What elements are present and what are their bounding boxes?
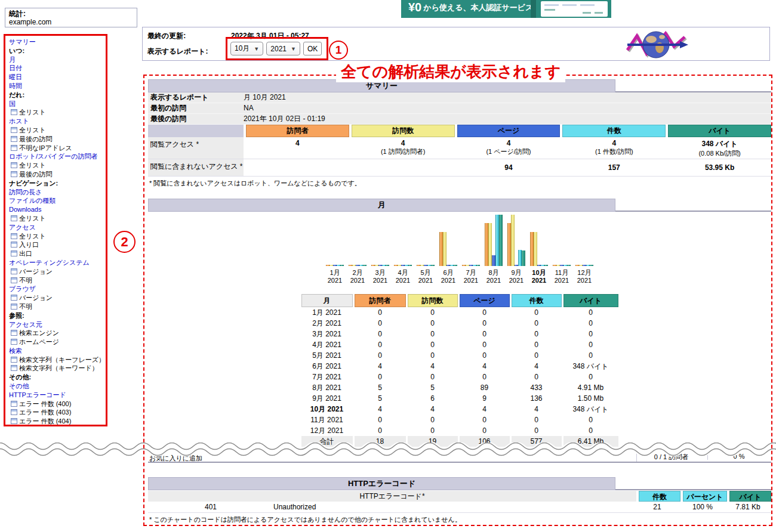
chart-page-icon: [11, 242, 17, 248]
chart-bars: [349, 214, 367, 266]
sidebar-item-label: いつ:: [9, 47, 24, 54]
summary-corner-cell: [148, 125, 244, 137]
month-row-label: 3月 2021: [301, 329, 353, 339]
summary-cell-value: 4: [246, 139, 349, 147]
sidebar-item-label: アクセス元: [9, 321, 42, 328]
month-row-value: 9: [460, 393, 510, 404]
chart-page-icon: [11, 171, 17, 177]
sidebar-item-label: エラー 件数 (400): [19, 400, 71, 407]
awstats-page: ¥0から使える、本人認証サービス 統計: example.com サマリーいつ:…: [0, 0, 776, 532]
chevron-down-icon: ▼: [254, 46, 259, 52]
http-col-hits: 件数: [639, 491, 680, 502]
annotation-circle-2: 2: [113, 231, 136, 253]
ad-banner[interactable]: ¥0から使える、本人認証サービス: [401, 0, 611, 18]
sidebar-item-label: エラー 件数 (403): [19, 409, 71, 416]
ok-button[interactable]: OK: [303, 42, 322, 55]
sidebar-item[interactable]: 検索エンジン: [9, 329, 106, 338]
sidebar-item-label: 全リスト: [19, 162, 46, 169]
sidebar-item[interactable]: ファイルの種類: [9, 196, 106, 205]
month-row-value: 0: [355, 415, 406, 425]
sidebar-item[interactable]: 国: [9, 100, 106, 109]
sidebar-item[interactable]: Downloads: [9, 205, 106, 214]
month-row-value: 4: [512, 361, 562, 372]
month-row-label: 8月 2021: [301, 382, 353, 393]
sidebar-item[interactable]: オペレーティングシステム: [9, 258, 106, 267]
month-row-value: 4: [355, 361, 406, 372]
favorites-percent: 0 %: [707, 453, 770, 460]
sidebar-item[interactable]: 全リスト: [9, 214, 106, 223]
sidebar-item[interactable]: 最後の訪問: [9, 170, 106, 179]
sidebar-item[interactable]: 不明なIPアドレス: [9, 144, 106, 153]
sidebar-item[interactable]: エラー 件数 (403): [9, 408, 106, 417]
sidebar-item[interactable]: その他: [9, 382, 106, 391]
month-row-value: 0: [408, 425, 458, 436]
monthly-title-bar: 月: [148, 199, 771, 212]
http-errors-subheader-label: HTTPエラーコード*: [148, 491, 636, 502]
summary-cell: 157: [562, 159, 666, 176]
month-row-value: 0: [512, 318, 562, 329]
sidebar-item[interactable]: 日付: [9, 64, 106, 73]
sidebar-item[interactable]: ロボット/スパイダーの訪問者: [9, 152, 106, 161]
chart-month-label: 9月2021: [509, 269, 524, 284]
sidebar-item[interactable]: アクセス元: [9, 320, 106, 329]
sidebar-item[interactable]: 月: [9, 55, 106, 64]
chart-bars: [462, 214, 480, 266]
summary-cell: 53.95 Kb: [668, 159, 771, 176]
sidebar-item[interactable]: 曜日: [9, 73, 106, 82]
sidebar-item[interactable]: 全リスト: [9, 161, 106, 170]
chart-bar: [544, 265, 548, 266]
sidebar-item[interactable]: 時間: [9, 82, 106, 91]
chart-month-group: 10月2021: [529, 214, 549, 284]
month-row-value: 1.50 Mb: [563, 393, 618, 404]
http-col-bytes: バイト: [729, 491, 771, 502]
sidebar-item[interactable]: 全リスト: [9, 126, 106, 135]
summary-info-label: 最後の訪問: [148, 114, 244, 124]
sidebar-item[interactable]: 全リスト: [9, 108, 106, 117]
sidebar-item[interactable]: バージョン: [9, 293, 106, 302]
sidebar-item[interactable]: 訪問の長さ: [9, 188, 106, 197]
month-select[interactable]: 10月▼: [230, 42, 263, 55]
sidebar-item[interactable]: ホームページ: [9, 338, 106, 347]
chart-month-label: 2月2021: [350, 269, 365, 284]
http-errors-footnote: * このチャートのコードは訪問者によるアクセスではありませんので他のチャートに含…: [148, 513, 771, 524]
month-row-value: 0: [460, 318, 510, 329]
summary-info-value: NA: [244, 103, 254, 113]
sidebar-item[interactable]: バージョン: [9, 267, 106, 276]
sidebar-item[interactable]: ホスト: [9, 117, 106, 126]
sidebar-item[interactable]: 全リスト: [9, 232, 106, 241]
http-error-bytes: 7.81 Kb: [727, 502, 769, 512]
year-select[interactable]: 2021▼: [266, 42, 300, 55]
sidebar-item[interactable]: アクセス: [9, 223, 106, 232]
sidebar-item-label: 最後の訪問: [19, 135, 52, 143]
summary-cell-value: 4: [562, 139, 666, 147]
month-row-value: 0: [460, 425, 510, 436]
sidebar-item[interactable]: 不明: [9, 276, 106, 285]
chart-month-label: 7月2021: [464, 269, 478, 284]
sidebar-item[interactable]: 不明: [9, 302, 106, 311]
chart-bars: [417, 214, 435, 266]
sidebar-item[interactable]: ブラウザ: [9, 284, 106, 293]
sidebar-item[interactable]: HTTPエラーコード: [9, 391, 106, 400]
chart-page-icon: [11, 295, 17, 301]
summary-col-header: 訪問数: [352, 125, 455, 137]
month-row: 2月 202100000: [301, 318, 618, 329]
chart-page-icon: [11, 250, 17, 256]
favorites-label[interactable]: お気に入りに追加: [149, 454, 202, 463]
sidebar-item[interactable]: 検索文字列（キーフレーズ）: [9, 355, 106, 364]
sidebar-item[interactable]: 検索: [9, 347, 106, 355]
sidebar-item[interactable]: エラー 件数 (400): [9, 400, 106, 409]
stats-label: 統計:: [9, 10, 26, 18]
sidebar-item-label: サマリー: [9, 38, 36, 45]
sidebar-item[interactable]: 出口: [9, 249, 106, 258]
sidebar-item-label: ナビゲーション:: [9, 180, 58, 187]
sidebar-item-label: 不明なIPアドレス: [19, 144, 72, 151]
month-row-value: 0: [563, 318, 618, 329]
chart-month-label: 10月2021: [532, 269, 546, 284]
chart-page-icon: [11, 136, 17, 142]
sidebar-item[interactable]: 最後の訪問: [9, 135, 106, 144]
sidebar-item[interactable]: 検索文字列（キーワード）: [9, 364, 106, 373]
sidebar-item[interactable]: 入り口: [9, 240, 106, 249]
month-row-label: 4月 2021: [301, 339, 353, 350]
sidebar-item[interactable]: サマリー: [9, 38, 106, 47]
sidebar-item[interactable]: エラー 件数 (404): [9, 417, 106, 426]
